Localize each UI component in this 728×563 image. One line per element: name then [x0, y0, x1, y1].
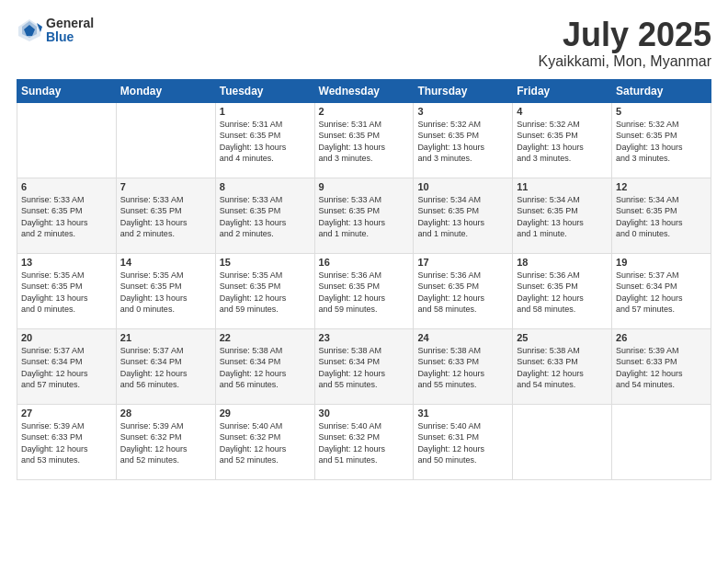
calendar-cell: 5Sunrise: 5:32 AM Sunset: 6:35 PM Daylig…	[612, 102, 711, 178]
day-info: Sunrise: 5:32 AM Sunset: 6:35 PM Dayligh…	[616, 119, 707, 165]
calendar-cell: 18Sunrise: 5:36 AM Sunset: 6:35 PM Dayli…	[513, 253, 612, 328]
day-number: 12	[616, 181, 707, 192]
col-tuesday: Tuesday	[215, 79, 314, 102]
calendar-cell	[116, 102, 215, 178]
title-block: July 2025 Kyaikkami, Mon, Myanmar	[539, 17, 712, 70]
day-info: Sunrise: 5:36 AM Sunset: 6:35 PM Dayligh…	[517, 270, 608, 316]
day-info: Sunrise: 5:39 AM Sunset: 6:33 PM Dayligh…	[616, 345, 707, 391]
day-number: 4	[517, 106, 608, 117]
day-number: 20	[21, 332, 112, 343]
day-number: 3	[417, 106, 508, 117]
day-info: Sunrise: 5:37 AM Sunset: 6:34 PM Dayligh…	[616, 270, 707, 316]
calendar-cell: 16Sunrise: 5:36 AM Sunset: 6:35 PM Dayli…	[314, 253, 414, 328]
calendar-cell: 1Sunrise: 5:31 AM Sunset: 6:35 PM Daylig…	[215, 102, 314, 178]
calendar-cell: 29Sunrise: 5:40 AM Sunset: 6:32 PM Dayli…	[215, 404, 314, 479]
logo-blue-text: Blue	[46, 30, 94, 44]
day-info: Sunrise: 5:38 AM Sunset: 6:34 PM Dayligh…	[319, 345, 410, 391]
week-row-4: 20Sunrise: 5:37 AM Sunset: 6:34 PM Dayli…	[17, 328, 711, 404]
calendar-cell: 28Sunrise: 5:39 AM Sunset: 6:32 PM Dayli…	[116, 404, 215, 479]
logo-general-text: General	[46, 17, 94, 30]
header-row: Sunday Monday Tuesday Wednesday Thursday…	[17, 79, 711, 102]
calendar: Sunday Monday Tuesday Wednesday Thursday…	[17, 79, 711, 480]
day-info: Sunrise: 5:31 AM Sunset: 6:35 PM Dayligh…	[220, 119, 311, 165]
day-number: 18	[517, 257, 608, 268]
day-number: 14	[120, 257, 211, 268]
calendar-cell: 14Sunrise: 5:35 AM Sunset: 6:35 PM Dayli…	[116, 253, 215, 328]
day-info: Sunrise: 5:34 AM Sunset: 6:35 PM Dayligh…	[417, 194, 508, 240]
week-row-2: 6Sunrise: 5:33 AM Sunset: 6:35 PM Daylig…	[17, 178, 711, 253]
day-number: 15	[220, 257, 311, 268]
day-number: 26	[616, 332, 707, 343]
logo-text: General Blue	[46, 17, 94, 45]
day-number: 16	[319, 257, 410, 268]
week-row-3: 13Sunrise: 5:35 AM Sunset: 6:35 PM Dayli…	[17, 253, 711, 328]
day-info: Sunrise: 5:37 AM Sunset: 6:34 PM Dayligh…	[120, 345, 211, 391]
day-number: 21	[120, 332, 211, 343]
day-info: Sunrise: 5:39 AM Sunset: 6:32 PM Dayligh…	[120, 420, 211, 466]
calendar-cell: 2Sunrise: 5:31 AM Sunset: 6:35 PM Daylig…	[314, 102, 414, 178]
calendar-cell: 9Sunrise: 5:33 AM Sunset: 6:35 PM Daylig…	[314, 178, 414, 253]
day-info: Sunrise: 5:36 AM Sunset: 6:35 PM Dayligh…	[417, 270, 508, 316]
calendar-cell: 12Sunrise: 5:34 AM Sunset: 6:35 PM Dayli…	[612, 178, 711, 253]
day-info: Sunrise: 5:35 AM Sunset: 6:35 PM Dayligh…	[21, 270, 112, 316]
day-number: 22	[220, 332, 311, 343]
day-info: Sunrise: 5:40 AM Sunset: 6:31 PM Dayligh…	[417, 420, 508, 466]
day-number: 1	[220, 106, 311, 117]
calendar-cell: 6Sunrise: 5:33 AM Sunset: 6:35 PM Daylig…	[17, 178, 117, 253]
day-number: 27	[21, 408, 112, 419]
day-info: Sunrise: 5:39 AM Sunset: 6:33 PM Dayligh…	[21, 420, 112, 466]
location-title: Kyaikkami, Mon, Myanmar	[539, 53, 712, 70]
calendar-cell	[513, 404, 612, 479]
col-sunday: Sunday	[17, 79, 117, 102]
calendar-cell: 27Sunrise: 5:39 AM Sunset: 6:33 PM Dayli…	[17, 404, 117, 479]
calendar-cell: 11Sunrise: 5:34 AM Sunset: 6:35 PM Dayli…	[513, 178, 612, 253]
day-info: Sunrise: 5:31 AM Sunset: 6:35 PM Dayligh…	[319, 119, 410, 165]
day-number: 6	[21, 181, 112, 192]
logo: General Blue	[17, 17, 94, 45]
calendar-cell: 24Sunrise: 5:38 AM Sunset: 6:33 PM Dayli…	[414, 328, 513, 404]
day-number: 7	[120, 181, 211, 192]
day-number: 8	[220, 181, 311, 192]
week-row-1: 1Sunrise: 5:31 AM Sunset: 6:35 PM Daylig…	[17, 102, 711, 178]
col-monday: Monday	[116, 79, 215, 102]
day-info: Sunrise: 5:33 AM Sunset: 6:35 PM Dayligh…	[21, 194, 112, 240]
col-wednesday: Wednesday	[314, 79, 414, 102]
calendar-cell: 21Sunrise: 5:37 AM Sunset: 6:34 PM Dayli…	[116, 328, 215, 404]
day-info: Sunrise: 5:32 AM Sunset: 6:35 PM Dayligh…	[517, 119, 608, 165]
day-info: Sunrise: 5:38 AM Sunset: 6:33 PM Dayligh…	[417, 345, 508, 391]
calendar-cell: 17Sunrise: 5:36 AM Sunset: 6:35 PM Dayli…	[414, 253, 513, 328]
calendar-cell: 25Sunrise: 5:38 AM Sunset: 6:33 PM Dayli…	[513, 328, 612, 404]
day-info: Sunrise: 5:36 AM Sunset: 6:35 PM Dayligh…	[319, 270, 410, 316]
day-number: 29	[220, 408, 311, 419]
day-info: Sunrise: 5:34 AM Sunset: 6:35 PM Dayligh…	[517, 194, 608, 240]
calendar-cell: 8Sunrise: 5:33 AM Sunset: 6:35 PM Daylig…	[215, 178, 314, 253]
day-info: Sunrise: 5:33 AM Sunset: 6:35 PM Dayligh…	[319, 194, 410, 240]
day-number: 2	[319, 106, 410, 117]
header: General Blue July 2025 Kyaikkami, Mon, M…	[17, 17, 711, 70]
day-number: 30	[319, 408, 410, 419]
calendar-cell	[612, 404, 711, 479]
calendar-cell: 4Sunrise: 5:32 AM Sunset: 6:35 PM Daylig…	[513, 102, 612, 178]
calendar-cell: 20Sunrise: 5:37 AM Sunset: 6:34 PM Dayli…	[17, 328, 117, 404]
day-number: 17	[417, 257, 508, 268]
day-number: 10	[417, 181, 508, 192]
col-saturday: Saturday	[612, 79, 711, 102]
day-info: Sunrise: 5:33 AM Sunset: 6:35 PM Dayligh…	[220, 194, 311, 240]
calendar-cell: 22Sunrise: 5:38 AM Sunset: 6:34 PM Dayli…	[215, 328, 314, 404]
day-number: 5	[616, 106, 707, 117]
calendar-cell: 23Sunrise: 5:38 AM Sunset: 6:34 PM Dayli…	[314, 328, 414, 404]
calendar-cell: 7Sunrise: 5:33 AM Sunset: 6:35 PM Daylig…	[116, 178, 215, 253]
calendar-cell: 26Sunrise: 5:39 AM Sunset: 6:33 PM Dayli…	[612, 328, 711, 404]
day-info: Sunrise: 5:34 AM Sunset: 6:35 PM Dayligh…	[616, 194, 707, 240]
day-info: Sunrise: 5:33 AM Sunset: 6:35 PM Dayligh…	[120, 194, 211, 240]
calendar-cell: 10Sunrise: 5:34 AM Sunset: 6:35 PM Dayli…	[414, 178, 513, 253]
col-friday: Friday	[513, 79, 612, 102]
day-number: 25	[517, 332, 608, 343]
calendar-cell: 15Sunrise: 5:35 AM Sunset: 6:35 PM Dayli…	[215, 253, 314, 328]
week-row-5: 27Sunrise: 5:39 AM Sunset: 6:33 PM Dayli…	[17, 404, 711, 479]
day-info: Sunrise: 5:40 AM Sunset: 6:32 PM Dayligh…	[220, 420, 311, 466]
day-number: 9	[319, 181, 410, 192]
col-thursday: Thursday	[414, 79, 513, 102]
day-info: Sunrise: 5:40 AM Sunset: 6:32 PM Dayligh…	[319, 420, 410, 466]
day-info: Sunrise: 5:32 AM Sunset: 6:35 PM Dayligh…	[417, 119, 508, 165]
